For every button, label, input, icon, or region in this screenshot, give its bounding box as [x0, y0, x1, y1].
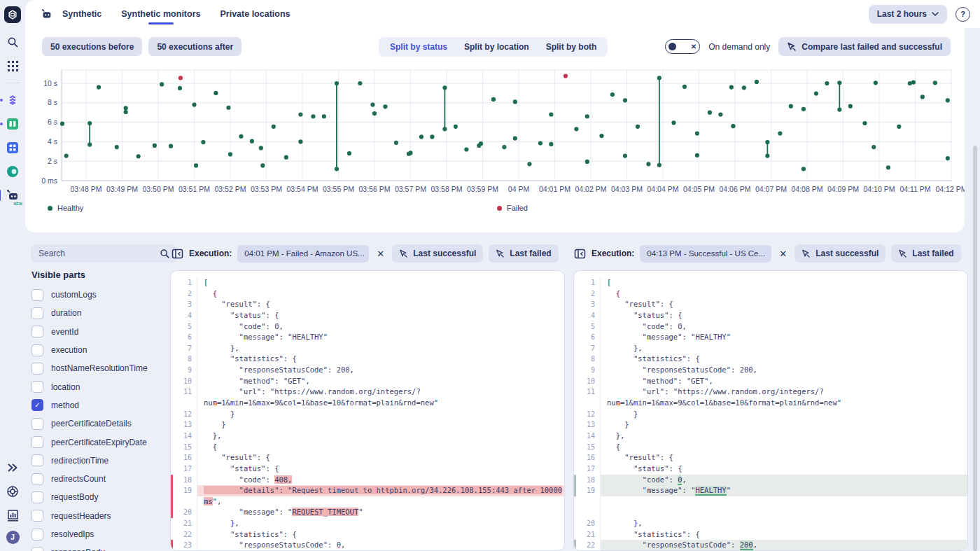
collapse-panel-icon[interactable] — [172, 248, 183, 260]
visible-part-row[interactable]: execution — [31, 341, 168, 359]
visible-part-checkbox[interactable] — [31, 307, 43, 319]
visible-part-checkbox[interactable] — [31, 510, 43, 522]
code-line: 14 }, — [171, 431, 564, 442]
notification-dot — [0, 123, 3, 125]
svg-text:03:57 PM: 03:57 PM — [395, 185, 426, 193]
split-by-both[interactable]: Split by both — [538, 39, 606, 55]
visible-part-row[interactable]: hostNameResolutionTime — [31, 359, 168, 377]
tab-synthetic-monitors[interactable]: Synthetic monitors — [121, 5, 200, 23]
visible-part-row[interactable]: requestHeaders — [31, 507, 168, 525]
visible-part-label: location — [51, 382, 80, 392]
chevron-down-icon — [932, 12, 939, 16]
visible-part-checkbox[interactable] — [31, 289, 43, 301]
healthy-dot-icon — [48, 206, 52, 211]
visible-part-checkbox[interactable] — [31, 454, 43, 466]
visible-part-checkbox[interactable] — [31, 547, 43, 551]
table-app-icon[interactable] — [6, 117, 20, 131]
visible-part-row[interactable]: requestBody — [31, 488, 168, 506]
layers-app-icon[interactable] — [6, 93, 20, 107]
visible-part-row[interactable]: peerCertificateExpiryDate — [31, 433, 168, 451]
visible-part-row[interactable]: resolvedIps — [31, 525, 168, 543]
visible-part-row[interactable]: ✓method — [31, 396, 168, 414]
visible-part-checkbox[interactable] — [31, 436, 43, 448]
visible-part-row[interactable]: customLogs — [31, 286, 168, 304]
execution-select[interactable]: 04:01 PM - Failed - Amazon US... — [237, 245, 369, 263]
split-by-status[interactable]: Split by status — [382, 39, 456, 55]
visible-part-checkbox[interactable] — [31, 473, 43, 485]
visible-part-row[interactable]: redirectionTime — [31, 452, 168, 470]
code-line: 16 "result": { — [574, 452, 967, 463]
time-range-select[interactable]: Last 2 hours — [869, 5, 947, 24]
cursor-icon — [787, 42, 797, 52]
svg-text:04:05 PM: 04:05 PM — [683, 185, 715, 193]
last-successful-button[interactable]: Last successful — [794, 244, 886, 263]
visible-part-checkbox[interactable] — [31, 326, 43, 337]
visible-part-checkbox[interactable] — [31, 381, 43, 393]
executions-before-button[interactable]: 50 executions before — [42, 37, 142, 56]
on-demand-toggle[interactable]: ✕ — [665, 39, 700, 54]
help-icon[interactable]: ? — [955, 7, 970, 22]
executions-scatter-chart[interactable]: 0 ms2 s4 s6 s8 s10 s03:48 PM03:49 PM03:5… — [25, 62, 965, 202]
left-json-diff-panel[interactable]: 1[2 {3 "result": {4 "status": {5 "code":… — [170, 270, 565, 551]
close-icon[interactable]: ✕ — [777, 249, 789, 259]
code-line: 15 { — [574, 442, 967, 453]
visible-part-checkbox[interactable] — [31, 344, 43, 356]
legend-failed[interactable]: Failed — [497, 204, 528, 212]
visible-parts-list: customLogsdurationeventIdexecutionhostNa… — [31, 286, 168, 551]
tab-synthetic[interactable]: Synthetic — [62, 5, 102, 23]
user-avatar[interactable]: J — [6, 531, 20, 544]
code-line: 16 "result": { — [171, 452, 564, 463]
last-failed-button[interactable]: Last failed — [489, 244, 558, 263]
visible-parts-title: Visible parts — [31, 270, 85, 280]
close-icon[interactable]: ✕ — [374, 249, 386, 259]
visible-part-checkbox[interactable] — [31, 491, 43, 503]
last-successful-button[interactable]: Last successful — [392, 244, 483, 263]
split-toggle-group: Split by status Split by location Split … — [379, 37, 608, 57]
left-execution-header: Execution: 04:01 PM - Failed - Amazon US… — [172, 244, 559, 263]
code-line: 9 "responseStatusCode": 200, — [574, 365, 967, 376]
search-icon[interactable] — [6, 35, 20, 49]
chart-frame-icon[interactable] — [6, 508, 20, 522]
svg-text:04:03 PM: 04:03 PM — [611, 185, 643, 193]
page-scrollbar[interactable] — [973, 146, 977, 551]
visible-part-row[interactable]: location — [31, 377, 168, 396]
cursor-icon — [496, 249, 505, 258]
code-line: 21 }, — [171, 518, 564, 529]
compare-button[interactable]: Compare last failed and successful — [778, 37, 951, 56]
visible-part-row[interactable]: redirectsCount — [31, 470, 168, 488]
code-line: num=1&min=1&max=9&col=1&base=10&format=p… — [171, 398, 564, 409]
executions-after-button[interactable]: 50 executions after — [148, 37, 241, 56]
split-by-location[interactable]: Split by location — [456, 39, 538, 55]
window-grid-app-icon[interactable] — [6, 141, 20, 155]
code-line: 23 "responseStatusCode": 0, — [171, 540, 564, 551]
app-rail: NEW J — [0, 0, 25, 551]
right-json-diff-panel[interactable]: 1[2 {3 "result": {4 "status": {5 "code":… — [573, 270, 968, 551]
sphere-app-icon[interactable] — [6, 165, 20, 179]
legend-healthy[interactable]: Healthy — [48, 204, 83, 212]
visible-part-checkbox[interactable]: ✓ — [31, 399, 43, 411]
visible-part-checkbox[interactable] — [31, 529, 43, 540]
svg-text:4 s: 4 s — [48, 137, 57, 146]
code-line: 9 "responseStatusCode": 200, — [171, 365, 564, 376]
robot-icon — [41, 8, 52, 20]
apps-grid-icon[interactable] — [6, 59, 20, 73]
collapse-panel-icon[interactable] — [574, 248, 586, 260]
robot-app-icon[interactable]: NEW — [6, 188, 20, 202]
tab-private-locations[interactable]: Private locations — [220, 5, 290, 23]
double-chevron-icon[interactable] — [6, 461, 20, 475]
visible-part-checkbox[interactable] — [31, 363, 43, 375]
search-input[interactable] — [37, 248, 160, 259]
execution-select[interactable]: 04:13 PM - Successful - US Ce... — [640, 245, 771, 263]
code-line: 19 "details": "Request timeout to httpbi… — [171, 485, 564, 496]
code-line: 12 } — [574, 409, 967, 420]
rail-divider — [6, 83, 20, 83]
code-line: 2 { — [574, 288, 967, 300]
visible-part-row[interactable]: eventId — [31, 323, 168, 341]
last-failed-button[interactable]: Last failed — [891, 244, 960, 263]
visible-part-row[interactable]: duration — [31, 304, 168, 322]
visible-part-row[interactable]: responseBody — [31, 543, 168, 551]
logo-icon[interactable] — [4, 6, 21, 23]
visible-part-row[interactable]: peerCertificateDetails — [31, 414, 168, 433]
visible-part-checkbox[interactable] — [31, 418, 43, 430]
lifebuoy-icon[interactable] — [6, 484, 20, 498]
